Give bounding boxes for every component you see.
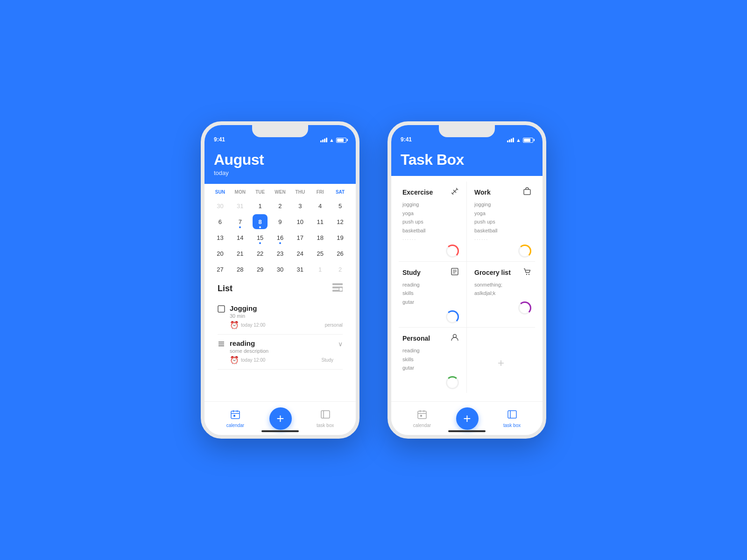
add-category-button[interactable]: +: [498, 357, 508, 370]
cal-day[interactable]: 30: [273, 262, 288, 277]
list-title: List: [218, 284, 233, 294]
tb-exercise-item: basketball: [402, 226, 459, 235]
task-list-icon: [218, 340, 225, 350]
cal-day[interactable]: 27: [212, 262, 227, 277]
fab-button-2[interactable]: +: [456, 407, 479, 430]
cal-day[interactable]: 2: [333, 262, 348, 277]
taskbox-nav-icon: [320, 409, 331, 422]
cal-day[interactable]: 11: [313, 214, 328, 229]
cal-day[interactable]: 23: [273, 246, 288, 261]
fab-button-1[interactable]: +: [269, 407, 292, 430]
task-item-reading[interactable]: reading some description ⏰ today 12:00 S…: [218, 335, 343, 370]
calendar-subtitle: today: [214, 169, 346, 176]
cal-day[interactable]: 2: [273, 198, 288, 213]
work-icon: [523, 187, 531, 197]
cal-day[interactable]: 4: [313, 198, 328, 213]
cal-day[interactable]: 6: [212, 214, 227, 229]
task-jogging-content: Jogging 30 min ⏰ today 12:00 personal: [230, 304, 343, 329]
day-header-sun: SUN: [210, 188, 230, 196]
calendar-nav-icon-2: [417, 409, 427, 422]
calendar-grid: SUN MON TUE WEN THU FRI SAT 30 31 1 2 3 …: [210, 188, 350, 277]
day-header-wen: WEN: [270, 188, 290, 196]
progress-ring-work: [518, 245, 531, 258]
cal-day[interactable]: 3: [293, 198, 308, 213]
cal-day[interactable]: 5: [333, 198, 348, 213]
add-plus-icon[interactable]: +: [498, 357, 504, 370]
home-indicator-2: [448, 430, 486, 432]
cal-day[interactable]: 13: [212, 230, 227, 245]
svg-rect-32: [420, 415, 422, 417]
task-reading-desc: some description: [230, 348, 333, 354]
phone1-screen: August today SUN MON TUE WEN THU FRI SAT…: [204, 146, 356, 435]
svg-point-26: [529, 274, 529, 275]
day-header-sat: SAT: [330, 188, 350, 196]
fab-plus-icon-2: +: [463, 411, 471, 426]
taskbox-title: Task Box: [401, 151, 533, 168]
cal-day[interactable]: 21: [233, 246, 247, 261]
tb-work-item: push ups: [474, 217, 531, 226]
cal-day[interactable]: 30: [212, 198, 227, 213]
cal-day[interactable]: 25: [313, 246, 328, 261]
cal-day-today[interactable]: 8: [253, 214, 268, 229]
battery-icon-1: [336, 138, 346, 143]
tb-study-item: reading: [402, 280, 459, 289]
task-reading-time: today 12:00: [241, 357, 265, 363]
list-section: List: [210, 278, 350, 370]
cal-day[interactable]: 9: [273, 214, 288, 229]
nav-calendar[interactable]: calendar: [226, 409, 244, 428]
cal-day[interactable]: 19: [333, 230, 348, 245]
tb-grocery-progress: [474, 301, 531, 315]
clock-icon-1: ⏰: [230, 321, 239, 329]
cal-day[interactable]: 31: [293, 262, 308, 277]
nav-taskbox[interactable]: task box: [317, 409, 334, 428]
list-header: List: [218, 283, 343, 294]
tb-grocery-item: aslkdjal;k: [474, 289, 531, 298]
cal-day[interactable]: 10: [293, 214, 308, 229]
cal-day[interactable]: 1: [313, 262, 328, 277]
tb-work-item: basketball: [474, 226, 531, 235]
cal-day[interactable]: 17: [293, 230, 308, 245]
status-time-2: 9:41: [401, 136, 412, 143]
nav-taskbox-2[interactable]: task box: [503, 409, 521, 428]
tb-card-add[interactable]: +: [467, 328, 535, 393]
nav-calendar-label-2: calendar: [413, 423, 431, 428]
tb-card-study: Study reading skills gutar: [399, 262, 467, 328]
cal-day[interactable]: 29: [253, 262, 268, 277]
svg-rect-5: [218, 306, 225, 312]
task-jogging-time: today 12:00: [241, 322, 265, 328]
task-reading-category: Study: [321, 357, 333, 363]
list-icon[interactable]: [332, 283, 343, 294]
cal-day[interactable]: 18: [313, 230, 328, 245]
cal-day[interactable]: 16: [273, 230, 288, 245]
home-indicator-1: [261, 430, 299, 432]
tb-exercise-item: push ups: [402, 217, 459, 226]
cal-day[interactable]: 20: [212, 246, 227, 261]
nav-calendar-2[interactable]: calendar: [413, 409, 431, 428]
cal-day[interactable]: 15: [253, 230, 268, 245]
cal-day[interactable]: 14: [233, 230, 247, 245]
status-bar-1: 9:41 ▲: [204, 125, 356, 146]
svg-rect-9: [231, 411, 240, 419]
task-checkbox-icon[interactable]: [218, 305, 225, 315]
cal-day[interactable]: 31: [233, 198, 247, 213]
personal-icon: [451, 333, 459, 343]
tb-personal-item: gutar: [402, 364, 459, 372]
tb-personal-item: skills: [402, 355, 459, 364]
tb-personal-item: reading: [402, 346, 459, 355]
svg-rect-0: [332, 283, 343, 285]
task-item-jogging[interactable]: Jogging 30 min ⏰ today 12:00 personal: [218, 300, 343, 335]
cal-day[interactable]: 7: [233, 214, 247, 229]
chevron-down-icon[interactable]: ∨: [338, 340, 343, 348]
cal-day[interactable]: 26: [333, 246, 348, 261]
grocery-icon: [523, 267, 531, 278]
cal-day[interactable]: 12: [333, 214, 348, 229]
cal-day[interactable]: 22: [253, 246, 268, 261]
svg-rect-20: [524, 189, 530, 195]
cal-day[interactable]: 1: [253, 198, 268, 213]
cal-day[interactable]: 28: [233, 262, 247, 277]
task-reading-content: reading some description ⏰ today 12:00 S…: [230, 339, 333, 364]
phone-calendar: 9:41 ▲ August today SUN MON TUE WEN: [201, 121, 359, 439]
signal-icon-2: [507, 138, 514, 142]
cal-day[interactable]: 24: [293, 246, 308, 261]
phone-taskbox: 9:41 ▲ Task Box Excercise: [388, 121, 546, 439]
